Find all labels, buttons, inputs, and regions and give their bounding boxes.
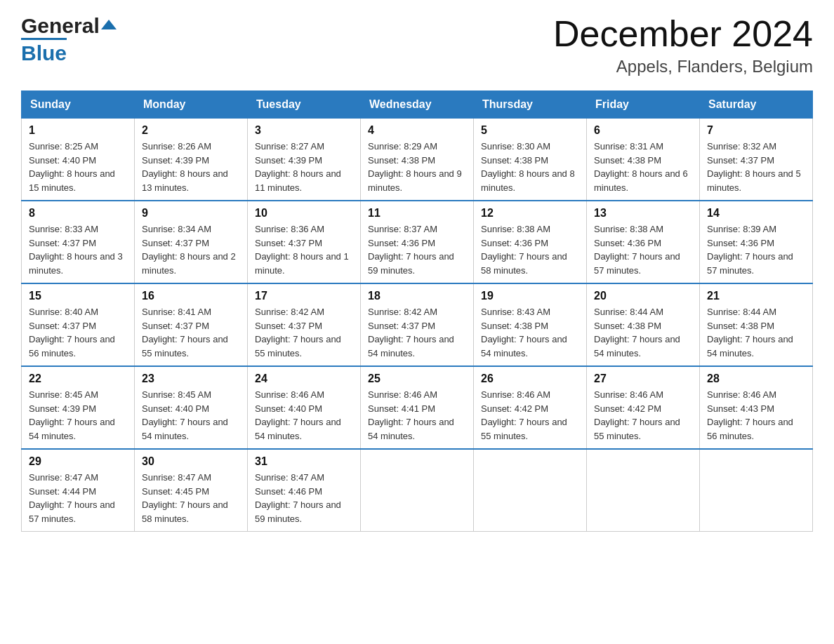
logo-general: General [21, 14, 100, 38]
day-number: 11 [368, 207, 466, 220]
calendar-week-row: 1Sunrise: 8:25 AMSunset: 4:40 PMDaylight… [22, 119, 813, 201]
page-header: General Blue December 2024 Appels, Fland… [21, 14, 813, 76]
day-number: 4 [368, 124, 466, 137]
day-number: 21 [707, 290, 805, 302]
table-row: 19Sunrise: 8:43 AMSunset: 4:38 PMDayligh… [474, 283, 587, 366]
table-row: 31Sunrise: 8:47 AMSunset: 4:46 PMDayligh… [248, 449, 361, 532]
day-info: Sunrise: 8:46 AMSunset: 4:43 PMDaylight:… [707, 388, 805, 443]
calendar-header-row: Sunday Monday Tuesday Wednesday Thursday… [22, 91, 813, 119]
table-row: 22Sunrise: 8:45 AMSunset: 4:39 PMDayligh… [22, 366, 135, 449]
month-title: December 2024 [553, 14, 813, 54]
calendar-week-row: 15Sunrise: 8:40 AMSunset: 4:37 PMDayligh… [22, 283, 813, 366]
day-info: Sunrise: 8:46 AMSunset: 4:41 PMDaylight:… [368, 388, 466, 443]
day-info: Sunrise: 8:42 AMSunset: 4:37 PMDaylight:… [368, 305, 466, 360]
col-sunday: Sunday [22, 91, 135, 119]
day-number: 6 [594, 124, 692, 137]
day-info: Sunrise: 8:41 AMSunset: 4:37 PMDaylight:… [142, 305, 240, 360]
day-info: Sunrise: 8:46 AMSunset: 4:42 PMDaylight:… [481, 388, 579, 443]
day-number: 17 [255, 290, 353, 302]
table-row: 18Sunrise: 8:42 AMSunset: 4:37 PMDayligh… [361, 283, 474, 366]
day-number: 29 [29, 455, 127, 468]
day-number: 24 [255, 373, 353, 385]
table-row: 13Sunrise: 8:38 AMSunset: 4:36 PMDayligh… [587, 201, 700, 283]
day-number: 13 [594, 207, 692, 220]
table-row: 23Sunrise: 8:45 AMSunset: 4:40 PMDayligh… [135, 366, 248, 449]
day-info: Sunrise: 8:27 AMSunset: 4:39 PMDaylight:… [255, 140, 353, 194]
day-info: Sunrise: 8:31 AMSunset: 4:38 PMDaylight:… [594, 140, 692, 194]
table-row: 11Sunrise: 8:37 AMSunset: 4:36 PMDayligh… [361, 201, 474, 283]
day-info: Sunrise: 8:47 AMSunset: 4:44 PMDaylight:… [29, 471, 127, 525]
day-number: 22 [29, 373, 127, 385]
table-row: 24Sunrise: 8:46 AMSunset: 4:40 PMDayligh… [248, 366, 361, 449]
logo: General Blue [21, 14, 117, 65]
day-info: Sunrise: 8:44 AMSunset: 4:38 PMDaylight:… [707, 305, 805, 360]
table-row: 12Sunrise: 8:38 AMSunset: 4:36 PMDayligh… [474, 201, 587, 283]
table-row: 4Sunrise: 8:29 AMSunset: 4:38 PMDaylight… [361, 119, 474, 201]
day-number: 23 [142, 373, 240, 385]
table-row: 27Sunrise: 8:46 AMSunset: 4:42 PMDayligh… [587, 366, 700, 449]
calendar-week-row: 29Sunrise: 8:47 AMSunset: 4:44 PMDayligh… [22, 449, 813, 532]
logo-triangle-icon [101, 17, 117, 32]
day-number: 12 [481, 207, 579, 220]
day-info: Sunrise: 8:30 AMSunset: 4:38 PMDaylight:… [481, 140, 579, 194]
table-row [587, 449, 700, 532]
col-saturday: Saturday [700, 91, 813, 119]
table-row: 20Sunrise: 8:44 AMSunset: 4:38 PMDayligh… [587, 283, 700, 366]
day-number: 10 [255, 207, 353, 220]
table-row: 5Sunrise: 8:30 AMSunset: 4:38 PMDaylight… [474, 119, 587, 201]
table-row: 15Sunrise: 8:40 AMSunset: 4:37 PMDayligh… [22, 283, 135, 366]
day-info: Sunrise: 8:32 AMSunset: 4:37 PMDaylight:… [707, 140, 805, 194]
table-row: 21Sunrise: 8:44 AMSunset: 4:38 PMDayligh… [700, 283, 813, 366]
day-info: Sunrise: 8:39 AMSunset: 4:36 PMDaylight:… [707, 222, 805, 277]
day-number: 27 [594, 373, 692, 385]
title-area: December 2024 Appels, Flanders, Belgium [553, 14, 813, 76]
col-monday: Monday [135, 91, 248, 119]
svg-marker-0 [101, 20, 117, 29]
table-row: 9Sunrise: 8:34 AMSunset: 4:37 PMDaylight… [135, 201, 248, 283]
col-tuesday: Tuesday [248, 91, 361, 119]
day-info: Sunrise: 8:47 AMSunset: 4:46 PMDaylight:… [255, 471, 353, 525]
day-number: 19 [481, 290, 579, 302]
table-row: 28Sunrise: 8:46 AMSunset: 4:43 PMDayligh… [700, 366, 813, 449]
day-number: 25 [368, 373, 466, 385]
table-row: 29Sunrise: 8:47 AMSunset: 4:44 PMDayligh… [22, 449, 135, 532]
day-number: 7 [707, 124, 805, 137]
table-row: 17Sunrise: 8:42 AMSunset: 4:37 PMDayligh… [248, 283, 361, 366]
day-info: Sunrise: 8:38 AMSunset: 4:36 PMDaylight:… [594, 222, 692, 277]
day-number: 18 [368, 290, 466, 302]
day-info: Sunrise: 8:47 AMSunset: 4:45 PMDaylight:… [142, 471, 240, 525]
calendar-week-row: 22Sunrise: 8:45 AMSunset: 4:39 PMDayligh… [22, 366, 813, 449]
day-info: Sunrise: 8:45 AMSunset: 4:39 PMDaylight:… [29, 388, 127, 443]
calendar-week-row: 8Sunrise: 8:33 AMSunset: 4:37 PMDaylight… [22, 201, 813, 283]
table-row [361, 449, 474, 532]
day-info: Sunrise: 8:43 AMSunset: 4:38 PMDaylight:… [481, 305, 579, 360]
col-friday: Friday [587, 91, 700, 119]
table-row: 3Sunrise: 8:27 AMSunset: 4:39 PMDaylight… [248, 119, 361, 201]
day-number: 1 [29, 124, 127, 137]
table-row: 26Sunrise: 8:46 AMSunset: 4:42 PMDayligh… [474, 366, 587, 449]
table-row: 16Sunrise: 8:41 AMSunset: 4:37 PMDayligh… [135, 283, 248, 366]
day-info: Sunrise: 8:36 AMSunset: 4:37 PMDaylight:… [255, 222, 353, 277]
table-row: 8Sunrise: 8:33 AMSunset: 4:37 PMDaylight… [22, 201, 135, 283]
location-subtitle: Appels, Flanders, Belgium [553, 57, 813, 76]
day-info: Sunrise: 8:25 AMSunset: 4:40 PMDaylight:… [29, 140, 127, 194]
table-row: 6Sunrise: 8:31 AMSunset: 4:38 PMDaylight… [587, 119, 700, 201]
table-row: 14Sunrise: 8:39 AMSunset: 4:36 PMDayligh… [700, 201, 813, 283]
day-number: 20 [594, 290, 692, 302]
day-info: Sunrise: 8:33 AMSunset: 4:37 PMDaylight:… [29, 222, 127, 277]
table-row [700, 449, 813, 532]
day-info: Sunrise: 8:38 AMSunset: 4:36 PMDaylight:… [481, 222, 579, 277]
table-row: 30Sunrise: 8:47 AMSunset: 4:45 PMDayligh… [135, 449, 248, 532]
logo-blue: Blue [21, 38, 67, 65]
day-number: 30 [142, 455, 240, 468]
day-info: Sunrise: 8:26 AMSunset: 4:39 PMDaylight:… [142, 140, 240, 194]
day-number: 14 [707, 207, 805, 220]
day-info: Sunrise: 8:46 AMSunset: 4:40 PMDaylight:… [255, 388, 353, 443]
day-number: 26 [481, 373, 579, 385]
col-wednesday: Wednesday [361, 91, 474, 119]
day-info: Sunrise: 8:34 AMSunset: 4:37 PMDaylight:… [142, 222, 240, 277]
day-info: Sunrise: 8:44 AMSunset: 4:38 PMDaylight:… [594, 305, 692, 360]
day-number: 8 [29, 207, 127, 220]
table-row: 7Sunrise: 8:32 AMSunset: 4:37 PMDaylight… [700, 119, 813, 201]
day-number: 28 [707, 373, 805, 385]
